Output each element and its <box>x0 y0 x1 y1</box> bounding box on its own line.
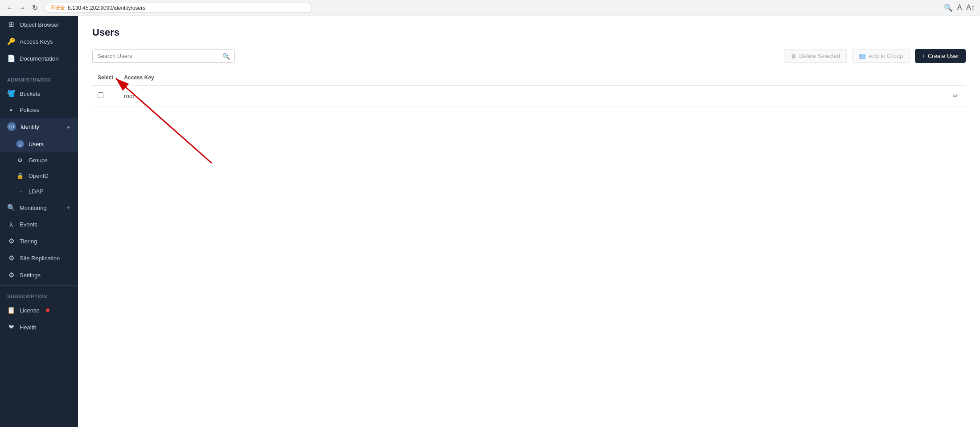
sidebar-item-documentation[interactable]: 📄 Documentation <box>0 50 78 67</box>
sidebar-item-ldap[interactable]: → LDAP <box>0 184 78 199</box>
identity-chevron-icon: ▲ <box>66 124 71 129</box>
sidebar-label-events: Events <box>20 221 37 228</box>
search-box[interactable]: 🔍 <box>92 49 235 63</box>
row-edit-cell[interactable]: ✏ <box>943 86 966 107</box>
license-icon: 📋 <box>7 306 15 314</box>
sidebar-item-tiering[interactable]: ⚙ Tiering <box>0 233 78 250</box>
events-icon: λ <box>7 221 15 228</box>
sidebar-label-buckets: Buckets <box>20 90 40 97</box>
sidebar-item-identity[interactable]: ID Identity ▲ <box>0 118 78 135</box>
monitoring-chevron-icon: ▼ <box>66 205 71 210</box>
toolbar: 🔍 🗑 Delete Selected 👥 Add to Group + Cre… <box>92 49 966 63</box>
create-user-button[interactable]: + Create User <box>915 49 966 63</box>
users-icon: U <box>16 140 24 148</box>
edit-icon: ✏ <box>953 92 959 99</box>
row-edit-button[interactable]: ✏ <box>951 90 960 102</box>
forward-button[interactable]: → <box>18 4 27 12</box>
sidebar-item-groups[interactable]: ⚙ Groups <box>0 152 78 168</box>
object-browser-icon: ⊞ <box>7 21 15 29</box>
sidebar-label-documentation: Documentation <box>20 55 58 62</box>
health-icon: ❤ <box>7 323 15 331</box>
policies-icon: ● <box>7 107 15 112</box>
sidebar-label-users: Users <box>29 141 44 148</box>
main-content: Users 🔍 🗑 Delete Selected 👥 Add to Group <box>78 16 980 117</box>
sidebar-label-policies: Policies <box>20 107 40 113</box>
sidebar-label-settings: Settings <box>20 272 41 279</box>
add-to-group-label: Add to Group <box>869 53 903 59</box>
sidebar-item-users[interactable]: U Users <box>0 135 78 152</box>
identity-label: Identity <box>21 123 39 130</box>
sidebar-label-site-replication: Site Replication <box>20 255 60 262</box>
zoom-icon[interactable]: A↕ <box>966 4 975 12</box>
reader-mode-icon[interactable]: A <box>957 4 962 12</box>
subscription-section-label: Subscription <box>0 287 78 302</box>
sidebar-label-groups: Groups <box>29 157 48 164</box>
nav-buttons: ← → ↻ <box>5 4 39 12</box>
delete-selected-label: Delete Selected <box>799 53 840 59</box>
sidebar-item-monitoring[interactable]: 🔍 Monitoring ▼ <box>0 199 78 216</box>
page-title: Users <box>92 27 966 38</box>
sidebar-label-access-keys: Access Keys <box>20 38 53 45</box>
main-wrapper: Users 🔍 🗑 Delete Selected 👥 Add to Group <box>78 16 980 427</box>
sidebar-item-buckets[interactable]: 🪣 Buckets <box>0 85 78 102</box>
sidebar-label-tiering: Tiering <box>20 238 37 245</box>
col-select-label: Select <box>98 74 113 81</box>
browser-chrome: ← → ↻ 不安全 8.130.45.202:9090/identity/use… <box>0 0 980 16</box>
plus-icon: + <box>922 53 925 59</box>
sidebar-label-ldap: LDAP <box>29 188 44 195</box>
create-user-label: Create User <box>928 53 959 59</box>
row-access-key-cell: root <box>119 86 943 107</box>
monitoring-icon: 🔍 <box>7 204 15 212</box>
buckets-icon: 🪣 <box>7 90 15 98</box>
access-keys-icon: 🔑 <box>7 37 15 45</box>
col-actions <box>943 70 966 86</box>
delete-selected-button[interactable]: 🗑 Delete Selected <box>784 49 847 63</box>
sidebar-label-license: License <box>20 307 40 314</box>
settings-icon: ⚙ <box>7 271 15 279</box>
reload-button[interactable]: ↻ <box>30 4 39 12</box>
url-text: 8.130.45.202:9090/identity/users <box>68 5 145 11</box>
sidebar-item-access-keys[interactable]: 🔑 Access Keys <box>0 33 78 50</box>
sidebar-label-openid: OpenID <box>29 172 49 179</box>
row-checkbox[interactable] <box>98 92 103 98</box>
documentation-icon: 📄 <box>7 54 15 62</box>
trash-icon: 🗑 <box>791 53 796 59</box>
divider-1 <box>0 69 78 69</box>
users-table: Select Access Key root <box>92 70 966 107</box>
monitoring-label: Monitoring <box>20 205 47 211</box>
license-alert-dot <box>46 308 49 312</box>
back-button[interactable]: ← <box>5 4 14 12</box>
sidebar-item-health[interactable]: ❤ Health <box>0 319 78 336</box>
identity-icon: ID <box>7 122 16 131</box>
address-bar[interactable]: 不安全 8.130.45.202:9090/identity/users <box>45 3 312 13</box>
sidebar-item-openid[interactable]: 🔒 OpenID <box>0 168 78 184</box>
col-access-key-label: Access Key <box>124 74 154 81</box>
site-replication-icon: ⚙ <box>7 254 15 262</box>
search-input[interactable] <box>97 53 219 59</box>
divider-2 <box>0 285 78 286</box>
openid-icon: 🔒 <box>16 172 24 179</box>
table-header-row: Select Access Key <box>92 70 966 86</box>
groups-icon: ⚙ <box>16 157 24 164</box>
row-access-key-value: root <box>124 93 134 99</box>
sidebar-label-object-browser: Object Browser <box>20 21 59 28</box>
add-to-group-button[interactable]: 👥 Add to Group <box>852 49 910 63</box>
search-icon: 🔍 <box>222 53 230 60</box>
sidebar-item-settings[interactable]: ⚙ Settings <box>0 267 78 283</box>
browser-tools: 🔍 A A↕ <box>944 4 975 12</box>
row-checkbox-cell[interactable] <box>92 86 119 107</box>
tiering-icon: ⚙ <box>7 237 15 245</box>
security-warning: 不安全 <box>50 4 65 11</box>
browser-search-icon[interactable]: 🔍 <box>944 4 953 12</box>
admin-section-label: Administrator <box>0 71 78 85</box>
table-header: Select Access Key <box>92 70 966 86</box>
sidebar-item-site-replication[interactable]: ⚙ Site Replication <box>0 250 78 267</box>
sidebar-item-license[interactable]: 📋 License <box>0 302 78 319</box>
sidebar-item-object-browser[interactable]: ⊞ Object Browser <box>0 16 78 33</box>
table-row: root ✏ <box>92 86 966 107</box>
col-access-key: Access Key <box>119 70 943 86</box>
group-icon: 👥 <box>859 53 866 59</box>
sidebar-item-events[interactable]: λ Events <box>0 216 78 233</box>
col-select: Select <box>92 70 119 86</box>
sidebar-item-policies[interactable]: ● Policies <box>0 102 78 118</box>
